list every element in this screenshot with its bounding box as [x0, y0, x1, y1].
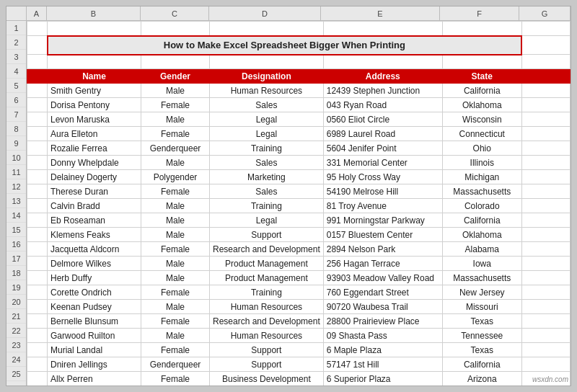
cell-designation-10[interactable]: Support — [210, 228, 324, 242]
cell-address-7[interactable]: 54190 Melrose Hill — [323, 184, 442, 199]
cell-name-15[interactable]: Keenan Pudsey — [48, 300, 141, 314]
cell-designation-15[interactable]: Human Resources — [210, 300, 324, 314]
cell-25a[interactable] — [27, 372, 48, 386]
cell-16g[interactable] — [521, 242, 570, 257]
cell-3d[interactable] — [210, 55, 324, 69]
cell-designation-16[interactable]: Research and Development — [210, 314, 324, 329]
cell-gender-9[interactable]: Male — [141, 213, 210, 228]
cell-10g[interactable] — [521, 156, 570, 170]
cell-state-18[interactable]: Texas — [442, 343, 521, 357]
cell-gender-3[interactable]: Female — [141, 127, 210, 141]
cell-address-18[interactable]: 6 Maple Plaza — [323, 343, 442, 357]
cell-24g[interactable] — [521, 357, 570, 372]
cell-3f[interactable] — [442, 55, 521, 69]
cell-16a[interactable] — [27, 242, 48, 257]
cell-address-2[interactable]: 0560 Eliot Circle — [323, 112, 442, 127]
cell-address-9[interactable]: 991 Morningstar Parkway — [323, 213, 442, 228]
cell-15g[interactable] — [521, 228, 570, 242]
cell-1a[interactable] — [27, 22, 48, 36]
cell-address-17[interactable]: 09 Shasta Pass — [323, 329, 442, 343]
cell-17g[interactable] — [521, 257, 570, 271]
cell-designation-17[interactable]: Human Resources — [210, 329, 324, 343]
cell-name-18[interactable]: Murial Landal — [48, 343, 141, 357]
cell-15a[interactable] — [27, 228, 48, 242]
cell-name-8[interactable]: Calvin Bradd — [48, 199, 141, 213]
cell-21g[interactable] — [521, 314, 570, 329]
cell-name-16[interactable]: Bernelle Blunsum — [48, 314, 141, 329]
cell-1f[interactable] — [442, 22, 521, 36]
cell-address-5[interactable]: 331 Memorial Center — [323, 156, 442, 170]
cell-designation-13[interactable]: Product Management — [210, 271, 324, 285]
cell-3a[interactable] — [27, 55, 48, 69]
cell-state-8[interactable]: Colorado — [442, 199, 521, 213]
cell-address-14[interactable]: 760 Eggendart Street — [323, 285, 442, 300]
cell-23g[interactable] — [521, 343, 570, 357]
cell-23a[interactable] — [27, 343, 48, 357]
cell-2a[interactable] — [27, 36, 48, 55]
cell-gender-12[interactable]: Male — [141, 257, 210, 271]
cell-state-16[interactable]: Texas — [442, 314, 521, 329]
cell-20a[interactable] — [27, 300, 48, 314]
cell-state-7[interactable]: Massachusetts — [442, 184, 521, 199]
cell-state-5[interactable]: Illinois — [442, 156, 521, 170]
cell-designation-9[interactable]: Legal — [210, 213, 324, 228]
cell-7g[interactable] — [521, 112, 570, 127]
cell-14a[interactable] — [27, 213, 48, 228]
cell-state-9[interactable]: California — [442, 213, 521, 228]
cell-9g[interactable] — [521, 141, 570, 156]
cell-gender-10[interactable]: Male — [141, 228, 210, 242]
cell-name-2[interactable]: Levon Maruska — [48, 112, 141, 127]
cell-gender-19[interactable]: Genderqueer — [141, 357, 210, 372]
cell-gender-5[interactable]: Male — [141, 156, 210, 170]
cell-address-20[interactable]: 6 Superior Plaza — [323, 372, 442, 386]
cell-name-17[interactable]: Garwood Ruilton — [48, 329, 141, 343]
cell-address-3[interactable]: 6989 Laurel Road — [323, 127, 442, 141]
cell-gender-8[interactable]: Male — [141, 199, 210, 213]
cell-address-4[interactable]: 5604 Jenifer Point — [323, 141, 442, 156]
cell-13g[interactable] — [521, 199, 570, 213]
cell-state-1[interactable]: Oklahoma — [442, 98, 521, 112]
cell-name-1[interactable]: Dorisa Pentony — [48, 98, 141, 112]
cell-19g[interactable] — [521, 285, 570, 300]
cell-address-12[interactable]: 256 Hagan Terrace — [323, 257, 442, 271]
cell-gender-15[interactable]: Male — [141, 300, 210, 314]
cell-14g[interactable] — [521, 213, 570, 228]
cell-designation-20[interactable]: Business Development — [210, 372, 324, 386]
cell-name-9[interactable]: Eb Roseaman — [48, 213, 141, 228]
cell-gender-4[interactable]: Genderqueer — [141, 141, 210, 156]
cell-3e[interactable] — [323, 55, 442, 69]
cell-address-8[interactable]: 81 Troy Avenue — [323, 199, 442, 213]
cell-18a[interactable] — [27, 271, 48, 285]
cell-gender-20[interactable]: Female — [141, 372, 210, 386]
cell-gender-14[interactable]: Female — [141, 285, 210, 300]
cell-1c[interactable] — [141, 22, 210, 36]
cell-designation-14[interactable]: Training — [210, 285, 324, 300]
cell-state-4[interactable]: Ohio — [442, 141, 521, 156]
cell-state-13[interactable]: Massachusetts — [442, 271, 521, 285]
cell-designation-2[interactable]: Legal — [210, 112, 324, 127]
cell-12g[interactable] — [521, 184, 570, 199]
cell-state-11[interactable]: Alabama — [442, 242, 521, 257]
cell-6a[interactable] — [27, 98, 48, 112]
cell-address-0[interactable]: 12439 Stephen Junction — [323, 84, 442, 98]
cell-2g[interactable] — [521, 36, 570, 55]
cell-5g[interactable] — [521, 84, 570, 98]
cell-state-0[interactable]: California — [442, 84, 521, 98]
cell-address-1[interactable]: 043 Ryan Road — [323, 98, 442, 112]
cell-address-16[interactable]: 28800 Prairieview Place — [323, 314, 442, 329]
cell-name-14[interactable]: Corette Ondrich — [48, 285, 141, 300]
cell-designation-7[interactable]: Sales — [210, 184, 324, 199]
cell-state-14[interactable]: New Jersey — [442, 285, 521, 300]
cell-designation-3[interactable]: Legal — [210, 127, 324, 141]
cell-designation-11[interactable]: Research and Development — [210, 242, 324, 257]
cell-name-6[interactable]: Delainey Dogerty — [48, 170, 141, 184]
cell-name-0[interactable]: Smith Gentry — [48, 84, 141, 98]
cell-19a[interactable] — [27, 285, 48, 300]
cell-name-19[interactable]: Dniren Jellings — [48, 357, 141, 372]
cell-designation-1[interactable]: Sales — [210, 98, 324, 112]
cell-name-20[interactable]: Allx Perren — [48, 372, 141, 386]
cell-name-11[interactable]: Jacquetta Aldcorn — [48, 242, 141, 257]
cell-designation-19[interactable]: Support — [210, 357, 324, 372]
cell-address-19[interactable]: 57147 1st Hill — [323, 357, 442, 372]
cell-gender-17[interactable]: Male — [141, 329, 210, 343]
